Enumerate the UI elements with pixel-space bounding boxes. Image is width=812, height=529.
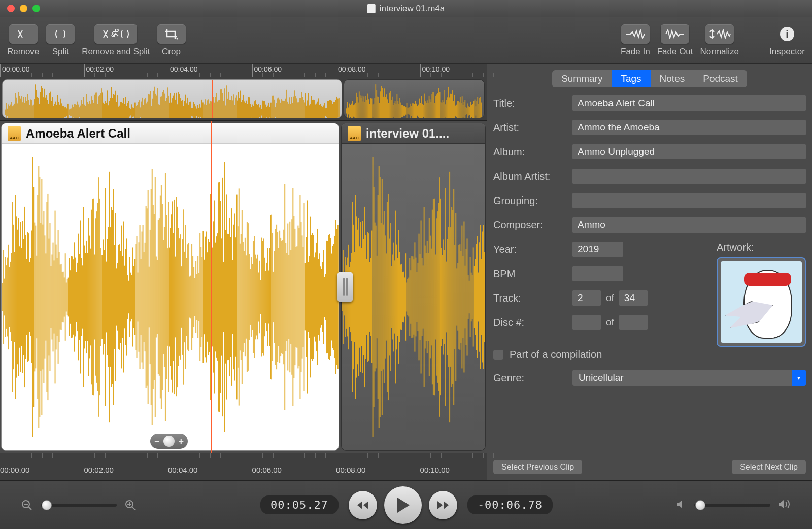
disc-label: Disc #: xyxy=(493,317,572,328)
svg-rect-882 xyxy=(422,258,423,336)
svg-rect-506 xyxy=(34,223,35,372)
clip-a[interactable]: AAC Amoeba Alert Call xyxy=(1,123,339,451)
svg-rect-489 xyxy=(17,230,18,364)
close-window-button[interactable] xyxy=(7,5,15,12)
compilation-checkbox[interactable] xyxy=(493,350,503,360)
track-area[interactable]: AAC Amoeba Alert Call AAC interview 01..… xyxy=(0,121,487,453)
svg-rect-670 xyxy=(201,257,202,337)
rewind-button[interactable] xyxy=(349,491,377,519)
year-field[interactable] xyxy=(572,242,623,257)
svg-rect-140 xyxy=(143,105,144,118)
svg-rect-798 xyxy=(332,246,333,348)
tab-notes[interactable]: Notes xyxy=(651,70,694,87)
svg-rect-626 xyxy=(157,260,158,334)
svg-rect-726 xyxy=(259,261,260,333)
split-button[interactable]: Split xyxy=(46,24,75,57)
svg-rect-934 xyxy=(475,259,476,335)
svg-rect-295 xyxy=(300,98,301,118)
svg-rect-751 xyxy=(284,184,285,410)
svg-rect-124 xyxy=(126,106,127,118)
grouping-field[interactable] xyxy=(572,193,806,208)
timeline-ruler-top[interactable]: 00:00.0000:02.0000:04.0000:06.0000:08.00… xyxy=(0,64,487,77)
svg-rect-341 xyxy=(353,105,354,117)
remaining-time-display[interactable]: -00:06.78 xyxy=(467,495,553,514)
composer-field[interactable] xyxy=(572,217,806,233)
svg-rect-936 xyxy=(477,236,478,358)
select-next-clip-button[interactable]: Select Next Clip xyxy=(732,460,806,474)
svg-rect-364 xyxy=(375,84,376,118)
svg-rect-63 xyxy=(64,107,65,117)
svg-rect-236 xyxy=(240,91,241,118)
track-total-field[interactable] xyxy=(619,290,648,306)
svg-rect-588 xyxy=(118,245,119,349)
svg-rect-834 xyxy=(373,157,374,437)
volume-slider[interactable] xyxy=(694,504,770,507)
svg-rect-917 xyxy=(457,263,458,330)
remove-and-split-button[interactable]: & Remove and Split xyxy=(82,24,150,57)
tab-tags[interactable]: Tags xyxy=(612,70,650,87)
svg-rect-33 xyxy=(34,99,35,118)
svg-rect-50 xyxy=(51,101,52,118)
select-previous-clip-button[interactable]: Select Previous Clip xyxy=(493,460,582,474)
svg-rect-747 xyxy=(280,238,281,356)
svg-rect-786 xyxy=(320,266,321,327)
svg-rect-155 xyxy=(158,104,159,118)
svg-rect-505 xyxy=(33,187,34,407)
svg-rect-920 xyxy=(460,251,461,343)
disc-total-field[interactable] xyxy=(619,315,648,330)
forward-button[interactable] xyxy=(429,491,457,519)
clip-b[interactable]: AAC interview 01.... xyxy=(341,123,486,451)
artwork-well[interactable] xyxy=(717,257,806,347)
svg-rect-105 xyxy=(107,90,108,118)
zoom-out-icon[interactable] xyxy=(20,499,33,512)
waveform-zoom-control[interactable]: −+ xyxy=(150,434,188,449)
crop-button[interactable]: Crop xyxy=(157,24,186,57)
svg-rect-196 xyxy=(199,104,200,118)
svg-rect-126 xyxy=(128,101,129,118)
svg-rect-704 xyxy=(236,195,238,400)
album-field[interactable] xyxy=(572,144,806,159)
clip-split-handle[interactable] xyxy=(337,272,353,302)
overview-waveform[interactable] xyxy=(0,77,487,121)
current-time-display[interactable]: 00:05.27 xyxy=(260,495,339,514)
minimize-window-button[interactable] xyxy=(20,5,27,12)
fade-out-button[interactable]: Fade Out xyxy=(657,24,693,57)
tab-podcast[interactable]: Podcast xyxy=(694,70,747,87)
svg-rect-10 xyxy=(11,102,12,118)
timeline-ruler-bottom[interactable]: 00:00.0000:02.0000:04.0000:06.0000:08.00… xyxy=(0,453,487,480)
genre-select[interactable]: Unicellular▾ xyxy=(572,370,806,386)
svg-rect-164 xyxy=(167,87,168,118)
tab-summary[interactable]: Summary xyxy=(552,70,612,87)
window-titlebar: interview 01.m4a xyxy=(0,0,812,17)
main-toolbar: Remove Split & Remove and Split Crop Fad… xyxy=(0,17,812,64)
svg-rect-269 xyxy=(274,100,275,118)
svg-rect-655 xyxy=(186,258,187,336)
svg-rect-678 xyxy=(210,194,211,400)
svg-rect-242 xyxy=(246,101,247,118)
remove-button[interactable]: Remove xyxy=(7,24,39,57)
fade-in-button[interactable]: Fade In xyxy=(621,24,650,57)
svg-rect-509 xyxy=(37,195,38,399)
svg-rect-819 xyxy=(357,230,358,364)
svg-rect-46 xyxy=(47,100,48,118)
svg-rect-456 xyxy=(465,100,466,118)
zoom-in-icon[interactable] xyxy=(124,499,137,512)
bpm-field[interactable] xyxy=(572,266,623,281)
artist-field[interactable] xyxy=(572,120,806,135)
title-field[interactable] xyxy=(572,95,806,111)
svg-rect-621 xyxy=(152,169,153,425)
track-number-field[interactable] xyxy=(572,290,601,306)
svg-rect-900 xyxy=(440,199,441,395)
svg-rect-735 xyxy=(268,271,269,324)
play-button[interactable] xyxy=(384,486,422,524)
svg-rect-689 xyxy=(221,238,222,355)
svg-rect-322 xyxy=(327,101,328,118)
inspector-button[interactable]: i Inspector xyxy=(769,24,805,57)
zoom-slider[interactable] xyxy=(41,504,117,507)
svg-rect-184 xyxy=(187,98,188,118)
zoom-window-button[interactable] xyxy=(32,5,40,12)
album-artist-field[interactable] xyxy=(572,169,806,184)
normalize-button[interactable]: Normalize xyxy=(700,24,739,57)
disc-number-field[interactable] xyxy=(572,315,601,330)
playhead[interactable] xyxy=(211,121,212,453)
